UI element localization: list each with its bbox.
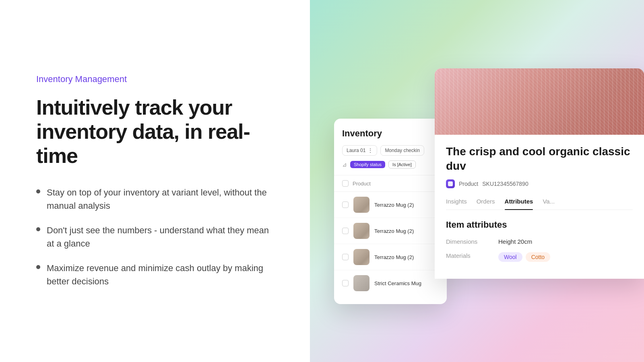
- tab-attributes[interactable]: Attributes: [505, 198, 533, 210]
- product-row[interactable]: Terrazzo Mug (2): [334, 218, 447, 244]
- product-thumbnail: [353, 249, 369, 265]
- material-tag-wool[interactable]: Wool: [498, 252, 522, 262]
- header-checkbox[interactable]: [342, 180, 349, 187]
- product-row[interactable]: Strict Ceramics Mug: [334, 270, 447, 296]
- left-panel: Inventory Management Intuitively track y…: [0, 0, 310, 362]
- filter-icon: ⊿: [342, 161, 347, 168]
- row-checkbox[interactable]: [342, 254, 349, 260]
- attribute-value-dimensions: Height 20cm: [498, 238, 532, 245]
- active-status-tag[interactable]: Is [Active]: [388, 160, 416, 169]
- main-heading: Intuitively track your inventory data, i…: [36, 96, 274, 168]
- product-column-header: Product: [353, 181, 371, 187]
- tab-orders[interactable]: Orders: [477, 198, 495, 210]
- inventory-title: Inventory: [342, 128, 439, 139]
- material-tag-cotton[interactable]: Cotto: [526, 252, 550, 262]
- bullet-dot: [36, 265, 40, 269]
- column-header-row: Product: [334, 175, 447, 192]
- product-row[interactable]: Terrazzo Mug (2): [334, 244, 447, 270]
- dots-icon: ⋮: [368, 148, 373, 153]
- product-type-label: Product: [459, 181, 478, 187]
- row-checkbox[interactable]: [342, 280, 349, 286]
- product-hero-image: [435, 68, 644, 135]
- shopify-status-tag[interactable]: Shopify status: [350, 161, 385, 168]
- product-row[interactable]: Terrazzo Mug (2): [334, 192, 447, 218]
- attribute-key-dimensions: Dimensions: [446, 238, 490, 245]
- attributes-section-title: Item attributes: [446, 220, 633, 230]
- attribute-key-materials: Materials: [446, 252, 490, 259]
- product-thumbnail: [353, 197, 369, 213]
- product-detail-body: The crisp and cool organic classic duv P…: [435, 135, 644, 279]
- right-panel: Inventory Laura 01 ⋮ Monday checkin ⊿ Sh…: [310, 0, 644, 362]
- product-type-icon: [446, 179, 455, 188]
- product-sku: SKU12345567890: [482, 181, 528, 187]
- product-meta: Product SKU12345567890: [446, 179, 633, 188]
- product-thumbnail: [353, 275, 369, 291]
- product-name: Terrazzo Mug (2): [374, 254, 414, 260]
- bullet-dot: [36, 189, 40, 193]
- svg-rect-1: [435, 68, 644, 135]
- attribute-dimensions: Dimensions Height 20cm: [446, 238, 633, 245]
- product-detail-card: The crisp and cool organic classic duv P…: [435, 68, 644, 279]
- product-tabs: Insights Orders Attributes Va...: [446, 198, 633, 210]
- section-label: Inventory Management: [36, 74, 274, 84]
- date-filter-button[interactable]: Monday checkin: [380, 145, 424, 156]
- user-filter-button[interactable]: Laura 01 ⋮: [342, 145, 377, 156]
- list-item: Stay on top of your inventory at variant…: [36, 186, 274, 212]
- tab-variants[interactable]: Va...: [543, 198, 555, 210]
- product-name: Terrazzo Mug (2): [374, 228, 414, 234]
- bullet-dot: [36, 227, 40, 231]
- tab-insights[interactable]: Insights: [446, 198, 467, 210]
- product-thumbnail: [353, 223, 369, 239]
- material-tags: Wool Cotto: [498, 252, 550, 262]
- card-header: Inventory Laura 01 ⋮ Monday checkin ⊿ Sh…: [334, 119, 447, 175]
- list-item: Don't just see the numbers - understand …: [36, 224, 274, 250]
- row-checkbox[interactable]: [342, 202, 349, 208]
- product-name: Strict Ceramics Mug: [374, 280, 421, 286]
- inventory-card: Inventory Laura 01 ⋮ Monday checkin ⊿ Sh…: [334, 119, 447, 304]
- product-detail-title: The crisp and cool organic classic duv: [446, 144, 633, 174]
- attribute-materials: Materials Wool Cotto: [446, 252, 633, 262]
- feature-list: Stay on top of your inventory at variant…: [36, 186, 274, 288]
- row-checkbox[interactable]: [342, 228, 349, 234]
- product-name: Terrazzo Mug (2): [374, 202, 414, 208]
- list-item: Maximize revenue and minimize cash outla…: [36, 261, 274, 288]
- filter-row: Laura 01 ⋮ Monday checkin: [342, 145, 439, 156]
